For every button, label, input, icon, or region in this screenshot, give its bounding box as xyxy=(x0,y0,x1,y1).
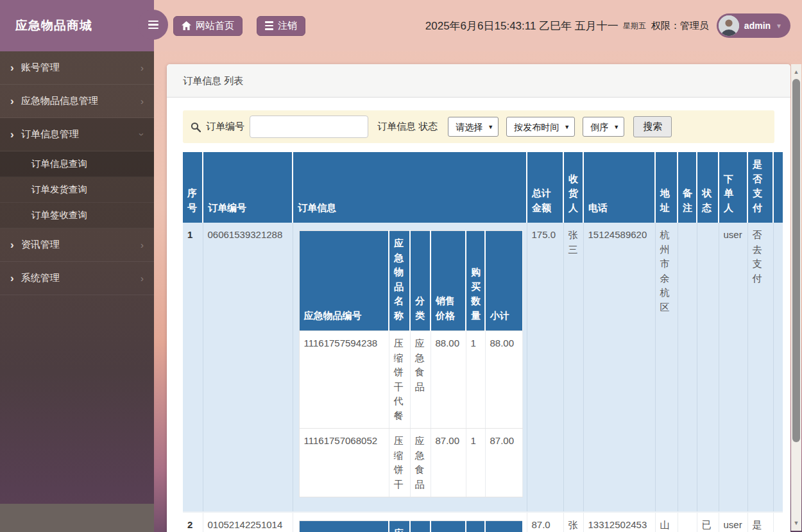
order-status xyxy=(697,223,719,512)
status-label: 订单信息 状态 xyxy=(377,121,438,133)
sidebar-item-label: 资讯管理 xyxy=(21,239,60,251)
sidebar-item-news[interactable]: › 资讯管理 › xyxy=(0,228,154,262)
chevron-right-icon: › xyxy=(141,63,144,73)
order-address: 杭州市余杭区 xyxy=(655,223,678,512)
inner-col-subtotal: 小计 xyxy=(485,521,522,532)
go-pay-link[interactable]: 去支付 xyxy=(753,244,762,284)
sidebar-item-goods[interactable]: › 应急物品信息管理 › xyxy=(0,85,154,118)
row-index: 1 xyxy=(183,223,203,512)
chevron-right-icon: › xyxy=(141,96,144,106)
content-panel: 订单信息 列表 订单编号 订单信息 状态 请选择 ▼ 按发布时间 ▼ xyxy=(167,64,790,532)
sidebar-subitem-order-query[interactable]: 订单信息查询 xyxy=(0,151,154,177)
order-phone: 15124589620 xyxy=(583,223,655,512)
item-category: 应急食品 xyxy=(410,429,431,497)
col-status: 状态 xyxy=(697,152,719,223)
paid-flag: 是 xyxy=(753,519,762,530)
order-items-cell: 应急物品编号 应急物品名称 分类 销售价格 购买数量 小计 xyxy=(293,512,527,532)
item-row: 11161757594238 压缩饼干代餐 应急食品 88.00 1 88.00 xyxy=(299,331,522,429)
sidebar-subitem-label: 订单发货查询 xyxy=(31,184,87,196)
inner-items-table: 应急物品编号 应急物品名称 分类 销售价格 购买数量 小计 xyxy=(299,230,523,497)
logout-button[interactable]: 注销 xyxy=(257,16,305,36)
inner-col-item-name: 应急物品名称 xyxy=(389,231,410,331)
sidebar-subitem-order-receive-query[interactable]: 订单签收查询 xyxy=(0,203,154,228)
order-extra xyxy=(773,512,783,532)
inner-col-qty: 购买数量 xyxy=(466,231,485,331)
chevron-right-icon: › xyxy=(10,239,14,250)
chevron-right-icon: › xyxy=(10,96,14,107)
inner-col-price: 销售价格 xyxy=(431,231,466,331)
item-name: 压缩饼干 xyxy=(389,429,410,497)
chevron-right-icon: › xyxy=(10,129,14,140)
order-no: 01052142251014 xyxy=(203,512,293,532)
user-menu[interactable]: admin ▼ xyxy=(717,13,790,38)
inner-col-item-no: 应急物品编号 xyxy=(299,231,389,331)
app-title: 应急物品商城 xyxy=(15,17,92,34)
weekday-text: 星期五 xyxy=(623,21,646,31)
item-row: 11161757068052 压缩饼干 应急食品 87.00 1 87.00 xyxy=(299,429,522,497)
col-remark: 备注 xyxy=(678,152,697,223)
order-buyer: user xyxy=(719,223,747,512)
scrollbar-thumb[interactable] xyxy=(792,79,800,442)
col-index: 序号 xyxy=(183,152,203,223)
sidebar-item-label: 订单信息管理 xyxy=(21,128,79,141)
permission-text: 权限：管理员 xyxy=(651,20,709,32)
inner-col-item-name: 应急物品名称 xyxy=(389,521,410,532)
inner-col-category: 分类 xyxy=(410,521,431,532)
orders-table-wrapper: 序号 订单编号 订单信息 总计金额 收货人 电话 地址 备注 状态 下单人 是否… xyxy=(183,152,783,532)
col-order-no: 订单编号 xyxy=(203,152,293,223)
item-name: 压缩饼干代餐 xyxy=(389,331,410,429)
col-receiver: 收货人 xyxy=(563,152,583,223)
sort-select[interactable]: 按发布时间 xyxy=(506,117,575,137)
sidebar-nav: › 账号管理 › › 应急物品信息管理 › › 订单信息管理 › 订单信息查询 … xyxy=(0,51,154,295)
sidebar-item-account[interactable]: › 账号管理 › xyxy=(0,51,154,85)
order-paid-cell: 否去支付 xyxy=(747,223,773,512)
sidebar-subitem-label: 订单签收查询 xyxy=(31,209,87,221)
datetime-text: 2025年6月6日15:43:11 乙巳年 五月十一 xyxy=(425,19,619,33)
table-row: 2 01052142251014 应急物品编号 xyxy=(183,512,783,532)
paid-flag: 否 xyxy=(753,229,762,240)
orders-table: 序号 订单编号 订单信息 总计金额 收货人 电话 地址 备注 状态 下单人 是否… xyxy=(183,152,783,532)
chevron-right-icon: › xyxy=(10,62,14,73)
page-title: 订单信息 列表 xyxy=(167,64,790,98)
col-phone: 电话 xyxy=(583,152,655,223)
search-bar: 订单编号 订单信息 状态 请选择 ▼ 按发布时间 ▼ 倒序 ▼ xyxy=(183,110,774,143)
scroll-down-arrow-icon[interactable]: ▼ xyxy=(794,518,799,528)
order-extra xyxy=(773,223,783,512)
list-icon xyxy=(265,21,273,30)
col-extra xyxy=(773,152,783,223)
sidebar-subitem-order-ship-query[interactable]: 订单发货查询 xyxy=(0,177,154,203)
sidebar-header: 应急物品商城 xyxy=(0,0,154,51)
order-receiver: 张三 xyxy=(563,512,583,532)
sidebar-footer xyxy=(0,504,154,532)
order-status: 已签 xyxy=(697,512,719,532)
sidebar-item-system[interactable]: › 系统管理 › xyxy=(0,262,154,295)
hamburger-icon xyxy=(148,21,158,30)
chevron-right-icon: › xyxy=(141,240,144,250)
item-price: 88.00 xyxy=(431,331,466,429)
col-paid: 是否支付 xyxy=(747,152,773,223)
sidebar-subitem-label: 订单信息查询 xyxy=(31,158,87,170)
chevron-down-icon: ▼ xyxy=(776,22,782,30)
sidebar: 应急物品商城 › 账号管理 › › 应急物品信息管理 › › 订单信息管理 › … xyxy=(0,0,154,532)
order-paid-cell: 是 xyxy=(747,512,773,532)
search-button[interactable]: 搜索 xyxy=(633,116,672,137)
scroll-up-arrow-icon[interactable]: ▲ xyxy=(794,67,799,77)
sidebar-item-orders[interactable]: › 订单信息管理 › xyxy=(0,118,154,151)
item-price: 87.00 xyxy=(431,429,466,497)
sidebar-item-label: 账号管理 xyxy=(21,62,60,74)
col-order-info: 订单信息 xyxy=(293,152,527,223)
status-select[interactable]: 请选择 xyxy=(448,117,499,137)
col-buyer: 下单人 xyxy=(719,152,747,223)
order-address: 山西 xyxy=(655,512,678,532)
home-button[interactable]: 网站首页 xyxy=(173,16,243,36)
avatar xyxy=(719,15,739,36)
order-no-input[interactable] xyxy=(250,116,368,138)
chevron-right-icon: › xyxy=(141,273,144,283)
item-no: 11161757068052 xyxy=(299,429,389,497)
username: admin xyxy=(744,21,771,31)
direction-select[interactable]: 倒序 xyxy=(583,117,624,137)
sidebar-item-label: 系统管理 xyxy=(21,272,60,284)
search-icon xyxy=(191,122,201,132)
sidebar-toggle-button[interactable] xyxy=(138,10,168,40)
order-remark xyxy=(678,223,697,512)
